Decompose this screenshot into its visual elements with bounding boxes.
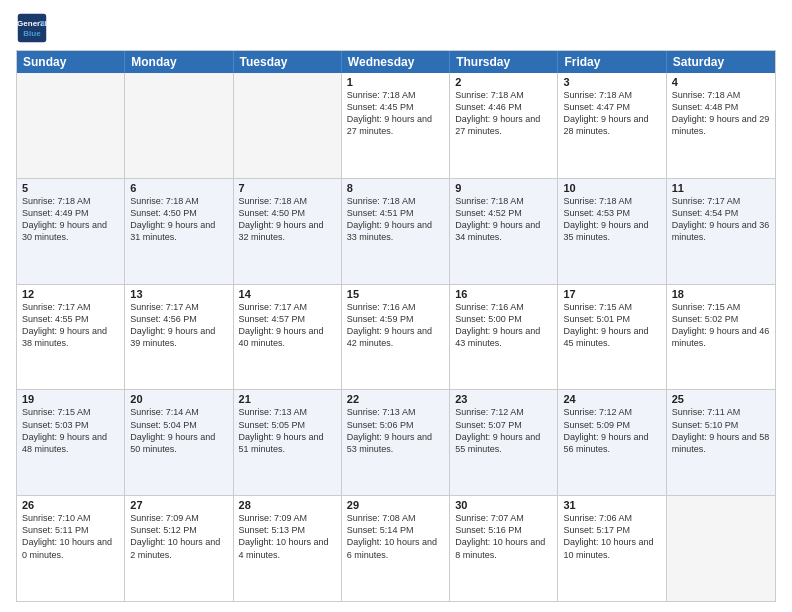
day-cell-12: 12Sunrise: 7:17 AM Sunset: 4:55 PM Dayli… — [17, 285, 125, 390]
day-info: Sunrise: 7:18 AM Sunset: 4:47 PM Dayligh… — [563, 89, 660, 138]
day-info: Sunrise: 7:18 AM Sunset: 4:53 PM Dayligh… — [563, 195, 660, 244]
day-number: 17 — [563, 288, 660, 300]
day-cell-13: 13Sunrise: 7:17 AM Sunset: 4:56 PM Dayli… — [125, 285, 233, 390]
day-cell-28: 28Sunrise: 7:09 AM Sunset: 5:13 PM Dayli… — [234, 496, 342, 601]
calendar-row-2: 5Sunrise: 7:18 AM Sunset: 4:49 PM Daylig… — [17, 179, 775, 285]
day-cell-24: 24Sunrise: 7:12 AM Sunset: 5:09 PM Dayli… — [558, 390, 666, 495]
day-cell-19: 19Sunrise: 7:15 AM Sunset: 5:03 PM Dayli… — [17, 390, 125, 495]
day-info: Sunrise: 7:17 AM Sunset: 4:54 PM Dayligh… — [672, 195, 770, 244]
day-number: 7 — [239, 182, 336, 194]
calendar-header: SundayMondayTuesdayWednesdayThursdayFrid… — [17, 51, 775, 73]
day-header-thursday: Thursday — [450, 51, 558, 73]
day-info: Sunrise: 7:06 AM Sunset: 5:17 PM Dayligh… — [563, 512, 660, 561]
day-info: Sunrise: 7:18 AM Sunset: 4:45 PM Dayligh… — [347, 89, 444, 138]
day-info: Sunrise: 7:16 AM Sunset: 4:59 PM Dayligh… — [347, 301, 444, 350]
day-cell-2: 2Sunrise: 7:18 AM Sunset: 4:46 PM Daylig… — [450, 73, 558, 178]
empty-cell — [125, 73, 233, 178]
day-number: 6 — [130, 182, 227, 194]
day-cell-21: 21Sunrise: 7:13 AM Sunset: 5:05 PM Dayli… — [234, 390, 342, 495]
day-number: 16 — [455, 288, 552, 300]
day-cell-14: 14Sunrise: 7:17 AM Sunset: 4:57 PM Dayli… — [234, 285, 342, 390]
day-info: Sunrise: 7:15 AM Sunset: 5:01 PM Dayligh… — [563, 301, 660, 350]
day-info: Sunrise: 7:18 AM Sunset: 4:49 PM Dayligh… — [22, 195, 119, 244]
day-cell-26: 26Sunrise: 7:10 AM Sunset: 5:11 PM Dayli… — [17, 496, 125, 601]
day-number: 28 — [239, 499, 336, 511]
empty-cell — [234, 73, 342, 178]
calendar-row-5: 26Sunrise: 7:10 AM Sunset: 5:11 PM Dayli… — [17, 496, 775, 601]
day-number: 26 — [22, 499, 119, 511]
day-cell-27: 27Sunrise: 7:09 AM Sunset: 5:12 PM Dayli… — [125, 496, 233, 601]
day-info: Sunrise: 7:18 AM Sunset: 4:50 PM Dayligh… — [130, 195, 227, 244]
day-info: Sunrise: 7:09 AM Sunset: 5:13 PM Dayligh… — [239, 512, 336, 561]
day-header-sunday: Sunday — [17, 51, 125, 73]
day-number: 11 — [672, 182, 770, 194]
day-cell-10: 10Sunrise: 7:18 AM Sunset: 4:53 PM Dayli… — [558, 179, 666, 284]
day-info: Sunrise: 7:18 AM Sunset: 4:48 PM Dayligh… — [672, 89, 770, 138]
day-info: Sunrise: 7:12 AM Sunset: 5:09 PM Dayligh… — [563, 406, 660, 455]
day-info: Sunrise: 7:18 AM Sunset: 4:51 PM Dayligh… — [347, 195, 444, 244]
calendar-row-4: 19Sunrise: 7:15 AM Sunset: 5:03 PM Dayli… — [17, 390, 775, 496]
calendar-row-3: 12Sunrise: 7:17 AM Sunset: 4:55 PM Dayli… — [17, 285, 775, 391]
day-cell-1: 1Sunrise: 7:18 AM Sunset: 4:45 PM Daylig… — [342, 73, 450, 178]
empty-cell — [667, 496, 775, 601]
day-cell-17: 17Sunrise: 7:15 AM Sunset: 5:01 PM Dayli… — [558, 285, 666, 390]
day-info: Sunrise: 7:08 AM Sunset: 5:14 PM Dayligh… — [347, 512, 444, 561]
day-info: Sunrise: 7:12 AM Sunset: 5:07 PM Dayligh… — [455, 406, 552, 455]
day-cell-6: 6Sunrise: 7:18 AM Sunset: 4:50 PM Daylig… — [125, 179, 233, 284]
day-info: Sunrise: 7:16 AM Sunset: 5:00 PM Dayligh… — [455, 301, 552, 350]
day-header-friday: Friday — [558, 51, 666, 73]
day-cell-3: 3Sunrise: 7:18 AM Sunset: 4:47 PM Daylig… — [558, 73, 666, 178]
day-cell-9: 9Sunrise: 7:18 AM Sunset: 4:52 PM Daylig… — [450, 179, 558, 284]
day-number: 5 — [22, 182, 119, 194]
day-number: 22 — [347, 393, 444, 405]
day-number: 15 — [347, 288, 444, 300]
day-info: Sunrise: 7:11 AM Sunset: 5:10 PM Dayligh… — [672, 406, 770, 455]
day-info: Sunrise: 7:10 AM Sunset: 5:11 PM Dayligh… — [22, 512, 119, 561]
day-info: Sunrise: 7:09 AM Sunset: 5:12 PM Dayligh… — [130, 512, 227, 561]
day-cell-16: 16Sunrise: 7:16 AM Sunset: 5:00 PM Dayli… — [450, 285, 558, 390]
day-number: 1 — [347, 76, 444, 88]
day-number: 3 — [563, 76, 660, 88]
day-cell-8: 8Sunrise: 7:18 AM Sunset: 4:51 PM Daylig… — [342, 179, 450, 284]
day-cell-11: 11Sunrise: 7:17 AM Sunset: 4:54 PM Dayli… — [667, 179, 775, 284]
day-info: Sunrise: 7:15 AM Sunset: 5:02 PM Dayligh… — [672, 301, 770, 350]
day-number: 12 — [22, 288, 119, 300]
day-cell-25: 25Sunrise: 7:11 AM Sunset: 5:10 PM Dayli… — [667, 390, 775, 495]
day-cell-31: 31Sunrise: 7:06 AM Sunset: 5:17 PM Dayli… — [558, 496, 666, 601]
day-header-saturday: Saturday — [667, 51, 775, 73]
day-cell-23: 23Sunrise: 7:12 AM Sunset: 5:07 PM Dayli… — [450, 390, 558, 495]
day-number: 25 — [672, 393, 770, 405]
day-cell-15: 15Sunrise: 7:16 AM Sunset: 4:59 PM Dayli… — [342, 285, 450, 390]
day-cell-30: 30Sunrise: 7:07 AM Sunset: 5:16 PM Dayli… — [450, 496, 558, 601]
day-number: 4 — [672, 76, 770, 88]
day-info: Sunrise: 7:17 AM Sunset: 4:56 PM Dayligh… — [130, 301, 227, 350]
day-cell-18: 18Sunrise: 7:15 AM Sunset: 5:02 PM Dayli… — [667, 285, 775, 390]
day-number: 10 — [563, 182, 660, 194]
day-info: Sunrise: 7:07 AM Sunset: 5:16 PM Dayligh… — [455, 512, 552, 561]
day-cell-29: 29Sunrise: 7:08 AM Sunset: 5:14 PM Dayli… — [342, 496, 450, 601]
day-number: 24 — [563, 393, 660, 405]
day-info: Sunrise: 7:18 AM Sunset: 4:50 PM Dayligh… — [239, 195, 336, 244]
calendar-body: 1Sunrise: 7:18 AM Sunset: 4:45 PM Daylig… — [17, 73, 775, 601]
day-number: 13 — [130, 288, 227, 300]
day-header-monday: Monday — [125, 51, 233, 73]
day-cell-4: 4Sunrise: 7:18 AM Sunset: 4:48 PM Daylig… — [667, 73, 775, 178]
day-number: 23 — [455, 393, 552, 405]
day-cell-22: 22Sunrise: 7:13 AM Sunset: 5:06 PM Dayli… — [342, 390, 450, 495]
day-info: Sunrise: 7:17 AM Sunset: 4:55 PM Dayligh… — [22, 301, 119, 350]
day-info: Sunrise: 7:18 AM Sunset: 4:52 PM Dayligh… — [455, 195, 552, 244]
day-number: 14 — [239, 288, 336, 300]
calendar: SundayMondayTuesdayWednesdayThursdayFrid… — [16, 50, 776, 602]
day-number: 18 — [672, 288, 770, 300]
day-info: Sunrise: 7:13 AM Sunset: 5:05 PM Dayligh… — [239, 406, 336, 455]
logo-icon: General Blue — [16, 12, 48, 44]
day-number: 2 — [455, 76, 552, 88]
day-header-tuesday: Tuesday — [234, 51, 342, 73]
empty-cell — [17, 73, 125, 178]
day-number: 20 — [130, 393, 227, 405]
svg-text:Blue: Blue — [23, 29, 41, 38]
day-cell-7: 7Sunrise: 7:18 AM Sunset: 4:50 PM Daylig… — [234, 179, 342, 284]
logo: General Blue — [16, 12, 48, 44]
day-info: Sunrise: 7:17 AM Sunset: 4:57 PM Dayligh… — [239, 301, 336, 350]
day-cell-20: 20Sunrise: 7:14 AM Sunset: 5:04 PM Dayli… — [125, 390, 233, 495]
